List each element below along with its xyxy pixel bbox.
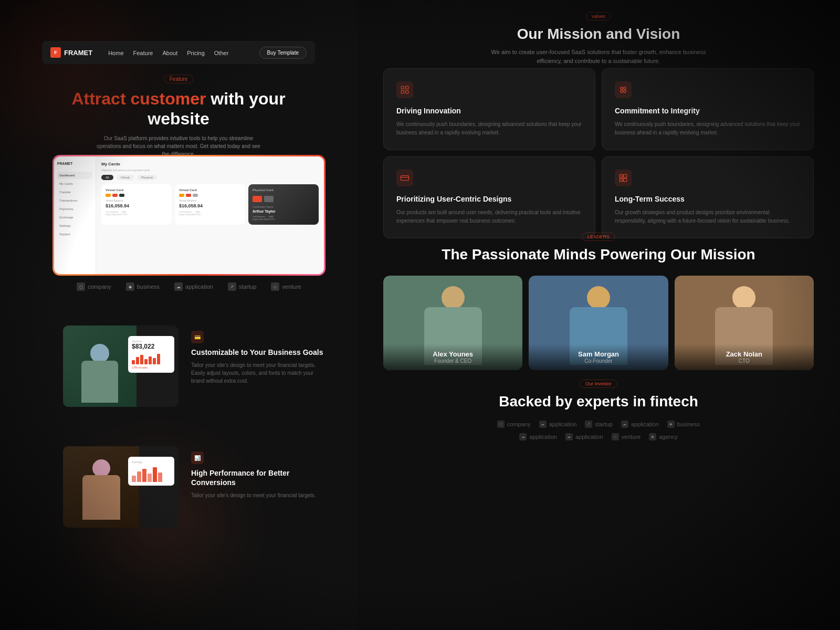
- mission-card-title-3: Long-Term Success: [615, 195, 801, 203]
- mission-icon-1: [615, 81, 632, 98]
- feature-title-2: High Performance for Better Conversions: [191, 468, 328, 487]
- team-name-sam: Sam Morgan: [535, 350, 662, 358]
- fintech-application4-label: application: [575, 434, 603, 440]
- feature-icon-2: 📊: [191, 452, 204, 464]
- svg-point-4: [621, 87, 623, 90]
- fintech-company-icon: ◻: [497, 421, 505, 428]
- mission-card-title-0: Driving Innovation: [396, 107, 582, 115]
- nav-home[interactable]: Home: [108, 50, 123, 56]
- fintech-agency-label: agency: [659, 434, 677, 440]
- brand-application: ☁ application: [174, 282, 213, 291]
- mission-section: values Our Mission and Vision We aim to …: [383, 10, 814, 65]
- fintech-startup-icon: ↗: [585, 421, 592, 428]
- fintech-agency-icon: ◉: [649, 433, 656, 440]
- fintech-application4-icon: ☁: [565, 433, 573, 440]
- feature-card-img-1: Advance $83,022 2.8% of sales: [63, 326, 178, 407]
- team-info-alex: Alex Younes Founder & CEO: [383, 344, 522, 370]
- hero-badge: Feature: [164, 75, 193, 83]
- dash-menu-exchange: Exchange: [57, 214, 92, 221]
- mission-card-0: Driving Innovation We continuously push …: [383, 68, 595, 150]
- team-name-zack: Zack Nolan: [681, 350, 807, 358]
- brand-venture-label: venture: [282, 284, 301, 290]
- dash-menu-settings: Settings: [57, 222, 92, 229]
- navbar: F FRAMET Home Feature About Pricing Othe…: [42, 41, 315, 64]
- nav-about[interactable]: About: [162, 50, 177, 56]
- brand-venture: ◇ venture: [271, 282, 301, 291]
- brand-business-label: business: [137, 284, 160, 290]
- fintech-business: ◆ business: [667, 421, 700, 428]
- fintech-application3-icon: ☁: [519, 433, 527, 440]
- dash-tab-physical: Physical: [137, 175, 157, 180]
- hero-title: Attract customer with your website: [42, 89, 315, 129]
- dash-card-virtual: Virtual Card Virtual Balance $16,058.94 …: [101, 184, 172, 225]
- fintech-application4: ☁ application: [565, 433, 603, 440]
- team-role-sam: Co-Founder: [535, 358, 662, 364]
- feature-section-2: Earnings 📊 High Performance for Be: [63, 446, 328, 528]
- dash-menu-mycards: My Cards: [57, 180, 92, 187]
- fintech-application1-label: application: [549, 421, 577, 427]
- fintech-agency: ◉ agency: [649, 433, 677, 440]
- dash-card-virtual2: Virtual Card Virtual Balance $16,058.94 …: [175, 184, 245, 225]
- fintech-business-icon: ◆: [667, 421, 675, 428]
- brand-company: ◻ company: [77, 282, 111, 291]
- svg-rect-11: [624, 174, 627, 177]
- leaders-section: LEADERS The Passionate Minds Powering Ou…: [383, 231, 814, 370]
- feature-card-content-1: 💳 Customizable to Your Business Goals Ta…: [191, 326, 328, 385]
- fintech-row-2: ☁ application ☁ application ◇ venture ◉ …: [383, 433, 814, 440]
- team-cards: Alex Younes Founder & CEO Sam Morgan: [383, 276, 814, 370]
- mission-card-title-1: Commitment to Integrity: [615, 107, 801, 115]
- venture-icon: ◇: [271, 282, 279, 291]
- mission-icon-3: [615, 170, 632, 186]
- logo: F FRAMET: [50, 47, 92, 58]
- finance-amount: $83,022: [132, 343, 171, 350]
- fintech-application1-icon: ☁: [539, 421, 547, 428]
- svg-point-7: [624, 90, 626, 93]
- dash-sidebar: FRAMET Dashboard My Cards Transfer Trans…: [54, 156, 96, 274]
- brand-startup: ↗ startup: [228, 282, 257, 291]
- dash-tab-all: All: [101, 175, 113, 180]
- feature-icon-1: 💳: [191, 331, 204, 343]
- nav-other[interactable]: Other: [214, 50, 229, 56]
- mission-card-desc-0: We continuously push boundaries, designi…: [396, 120, 582, 137]
- fintech-venture-label: venture: [622, 434, 641, 440]
- dashboard-inner: FRAMET Dashboard My Cards Transfer Trans…: [54, 156, 324, 274]
- mission-cards: Driving Innovation We continuously push …: [383, 68, 814, 238]
- svg-rect-0: [401, 86, 404, 89]
- mission-card-2: Prioritizing User-Centric Designs Our pr…: [383, 156, 595, 238]
- dash-menu-transfer: Transfer: [57, 188, 92, 196]
- dash-title: My Cards: [101, 162, 319, 166]
- brand-application-label: application: [185, 284, 213, 290]
- fintech-badge: Our Investor: [580, 380, 617, 388]
- fintech-application3: ☁ application: [519, 433, 557, 440]
- fintech-venture-icon: ◇: [612, 433, 619, 440]
- mission-card-3: Long-Term Success Our growth strategies …: [602, 156, 814, 238]
- dash-logo: FRAMET: [57, 162, 92, 165]
- dash-subtitle: Organize and access your payment cards: [101, 169, 319, 172]
- dash-main: My Cards Organize and access your paymen…: [96, 156, 324, 274]
- mission-badge: values: [586, 12, 611, 20]
- fintech-application3-label: application: [529, 434, 557, 440]
- dashboard-mockup: FRAMET Dashboard My Cards Transfer Trans…: [52, 155, 326, 276]
- dash-menu-payments: Payments: [57, 205, 92, 213]
- finance-percent: 2.8% of sales: [132, 366, 171, 369]
- team-card-sam: Sam Morgan Co-Founder: [529, 276, 668, 370]
- team-role-zack: CTO: [681, 358, 807, 364]
- nav-feature[interactable]: Feature: [133, 50, 153, 56]
- team-info-sam: Sam Morgan Co-Founder: [529, 344, 668, 370]
- buy-template-button[interactable]: Buy Template: [259, 47, 307, 59]
- left-panel: F FRAMET Home Feature About Pricing Othe…: [0, 0, 357, 630]
- team-info-zack: Zack Nolan CTO: [675, 344, 814, 370]
- card-dots-2: [179, 194, 241, 197]
- feature-desc-2: Tailor your site's design to meet your f…: [191, 491, 328, 499]
- fintech-company: ◻ company: [497, 421, 531, 428]
- team-role-alex: Founder & CEO: [390, 358, 516, 364]
- fintech-section: Our Investor Backed by experts in fintec…: [383, 378, 814, 446]
- svg-rect-8: [401, 176, 409, 181]
- mission-card-desc-2: Our products are built around user needs…: [396, 208, 582, 225]
- fintech-startup-label: startup: [595, 421, 613, 427]
- mission-card-desc-1: We continuously push boundaries, designi…: [615, 120, 801, 137]
- nav-pricing[interactable]: Pricing: [187, 50, 205, 56]
- fintech-application2-icon: ☁: [621, 421, 628, 428]
- fintech-company-label: company: [507, 421, 531, 427]
- startup-icon: ↗: [228, 282, 236, 291]
